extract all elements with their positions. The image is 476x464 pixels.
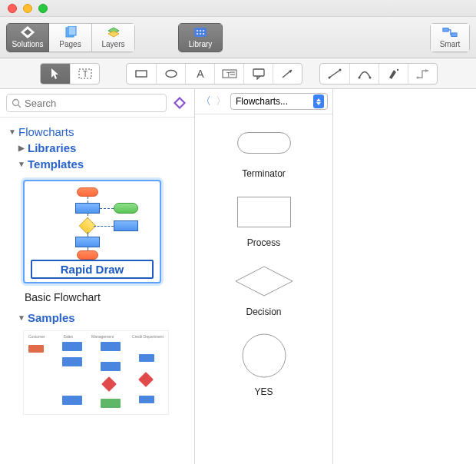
curve-tool[interactable] bbox=[349, 64, 378, 84]
svg-text:T: T bbox=[82, 70, 87, 78]
library-back-button[interactable]: 〈 bbox=[200, 94, 212, 108]
pages-label: Pages bbox=[59, 40, 81, 48]
template-title: Basic Flowchart bbox=[8, 287, 187, 310]
callout-tool[interactable] bbox=[243, 64, 273, 84]
svg-point-30 bbox=[339, 68, 342, 71]
arrow-tool[interactable] bbox=[273, 64, 302, 84]
solutions-label: Solutions bbox=[12, 40, 43, 48]
body: ▼ Flowcharts ▶ Libraries ▼ Templates bbox=[0, 89, 476, 464]
svg-point-41 bbox=[243, 334, 286, 377]
tree-label: Samples bbox=[28, 311, 75, 324]
svg-rect-15 bbox=[451, 33, 457, 37]
svg-rect-4 bbox=[68, 26, 76, 35]
svg-marker-40 bbox=[236, 267, 293, 296]
search-field[interactable] bbox=[6, 94, 167, 112]
svg-line-37 bbox=[18, 104, 21, 108]
text-tool[interactable]: A bbox=[185, 64, 214, 84]
disclosure-right-icon: ▶ bbox=[17, 144, 26, 152]
svg-point-31 bbox=[358, 76, 360, 78]
minimize-window-button[interactable] bbox=[23, 4, 32, 13]
solutions-tab[interactable]: Solutions bbox=[6, 23, 49, 52]
solution-tree: ▼ Flowcharts ▶ Libraries ▼ Templates bbox=[0, 118, 194, 464]
window-titlebar bbox=[0, 0, 476, 17]
shape-terminator[interactable]: Terminator bbox=[195, 125, 332, 179]
solutions-icon bbox=[20, 26, 35, 38]
shape-label: Process bbox=[247, 237, 280, 248]
shape-label: Terminator bbox=[242, 168, 286, 179]
pen-tool[interactable] bbox=[378, 64, 408, 84]
tree-label: Flowcharts bbox=[18, 125, 74, 138]
text-frame-tool[interactable]: T bbox=[70, 64, 99, 84]
template-thumbnail[interactable]: Rapid Draw bbox=[23, 180, 161, 283]
tree-samples[interactable]: ▼ Samples bbox=[8, 310, 187, 326]
disclosure-down-icon: ▼ bbox=[17, 313, 26, 322]
template-preview bbox=[31, 187, 154, 257]
tree-root-flowcharts[interactable]: ▼ Flowcharts bbox=[8, 124, 187, 140]
svg-rect-7 bbox=[194, 28, 207, 37]
sample-thumbnail[interactable]: CustomerSalesManagementCredit Department bbox=[23, 330, 169, 415]
shape-label: Decision bbox=[246, 307, 281, 317]
view-segment: Solutions Pages Layers bbox=[6, 23, 135, 52]
svg-line-28 bbox=[329, 70, 340, 78]
line-tool-group bbox=[319, 63, 438, 85]
smart-tab[interactable]: Smart bbox=[430, 23, 470, 52]
svg-point-9 bbox=[200, 30, 201, 31]
svg-point-29 bbox=[329, 76, 331, 78]
line-tool[interactable] bbox=[320, 64, 349, 84]
svg-point-11 bbox=[197, 33, 198, 35]
zoom-window-button[interactable] bbox=[38, 4, 48, 13]
pages-icon bbox=[63, 26, 78, 38]
disclosure-down-icon: ▼ bbox=[17, 160, 26, 168]
library-header: 〈 〉 Flowcharts... bbox=[195, 89, 332, 114]
shape-label: YES bbox=[254, 386, 273, 397]
library-selector[interactable]: Flowcharts... bbox=[230, 93, 328, 110]
shape-connector-circle[interactable]: YES bbox=[195, 333, 332, 397]
ellipse-tool[interactable] bbox=[156, 64, 185, 84]
drawing-canvas[interactable] bbox=[333, 89, 476, 464]
shape-tool-group: A T bbox=[126, 63, 302, 85]
smart-label: Smart bbox=[440, 40, 461, 48]
textbox-tool[interactable]: T bbox=[214, 64, 243, 84]
search-row bbox=[0, 89, 194, 118]
shape-decision[interactable]: Decision bbox=[195, 263, 332, 317]
solution-logo-icon[interactable] bbox=[171, 94, 188, 111]
tree-label: Templates bbox=[28, 157, 84, 171]
layers-tab[interactable]: Layers bbox=[92, 23, 135, 52]
svg-point-13 bbox=[203, 33, 204, 35]
shape-process[interactable]: Process bbox=[195, 194, 332, 248]
pointer-tool[interactable] bbox=[41, 64, 70, 84]
connector-tool[interactable] bbox=[408, 64, 437, 84]
svg-point-12 bbox=[200, 33, 201, 35]
tree-libraries[interactable]: ▶ Libraries bbox=[8, 140, 187, 156]
main-toolbar: Solutions Pages Layers Library bbox=[0, 17, 476, 58]
svg-text:A: A bbox=[197, 68, 204, 80]
close-window-button[interactable] bbox=[8, 4, 17, 13]
library-icon bbox=[193, 26, 208, 38]
library-forward-button[interactable]: 〉 bbox=[215, 94, 227, 108]
stepper-icon bbox=[313, 94, 324, 108]
svg-rect-25 bbox=[253, 69, 264, 76]
tree-label: Libraries bbox=[28, 141, 76, 154]
select-tool-group: T bbox=[40, 63, 100, 85]
pages-tab[interactable]: Pages bbox=[49, 23, 92, 52]
layers-icon bbox=[106, 26, 121, 38]
tree-templates[interactable]: ▼ Templates bbox=[8, 156, 187, 172]
svg-point-8 bbox=[197, 30, 198, 31]
smart-segment: Smart bbox=[430, 23, 470, 52]
search-input[interactable] bbox=[25, 98, 161, 109]
disclosure-down-icon: ▼ bbox=[8, 128, 17, 136]
template-thumb-wrap: Rapid Draw bbox=[8, 172, 187, 287]
svg-point-19 bbox=[166, 70, 177, 77]
svg-point-10 bbox=[203, 30, 204, 31]
rapid-draw-badge: Rapid Draw bbox=[31, 260, 154, 279]
tools-toolbar: T A T bbox=[0, 58, 476, 89]
svg-point-33 bbox=[396, 68, 398, 70]
svg-point-32 bbox=[369, 76, 371, 78]
rectangle-tool[interactable] bbox=[127, 64, 156, 84]
library-tab[interactable]: Library bbox=[178, 23, 223, 52]
svg-point-34 bbox=[416, 76, 418, 78]
search-icon bbox=[12, 98, 21, 108]
shape-list: Terminator Process Decision YES bbox=[195, 114, 332, 464]
svg-marker-35 bbox=[425, 69, 428, 72]
smart-icon bbox=[442, 26, 458, 38]
